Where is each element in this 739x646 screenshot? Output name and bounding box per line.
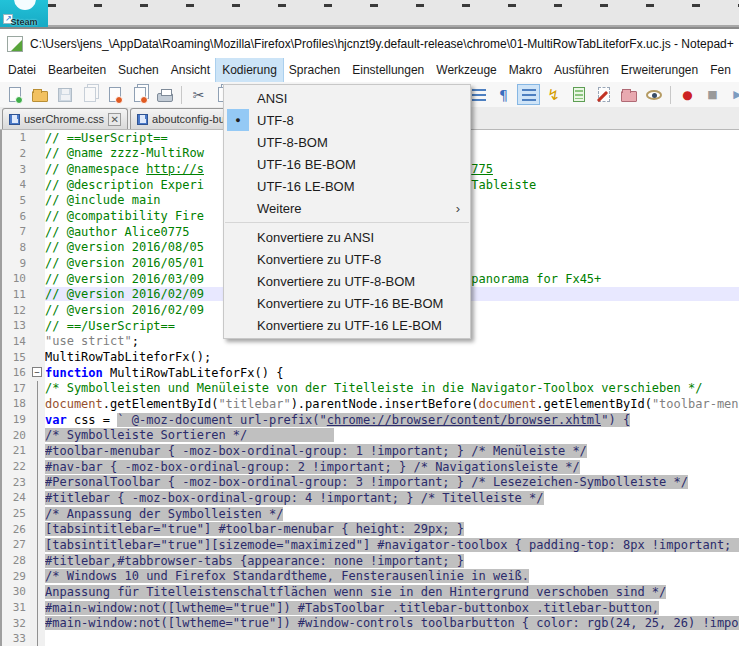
fold-guide-line [37, 427, 38, 443]
code-text: #PersonalToolbar { -moz-box-ordinal-grou… [45, 475, 739, 489]
close-all-icon[interactable] [128, 84, 151, 105]
encoding-menu-item-utf-16-le-bom[interactable]: UTF-16 LE-BOM [224, 175, 470, 197]
fold-margin [30, 240, 45, 256]
folder-as-workspace-icon[interactable] [617, 84, 640, 105]
menu-icon-slot [227, 248, 249, 270]
menubar-item-einstellungen[interactable]: Einstellungen [346, 58, 430, 82]
encoding-menu-item-konvertiere-zu-utf-8-bom[interactable]: Konvertiere zu UTF-8-BOM [224, 270, 470, 292]
code-line[interactable]: 18document.getElementById("titlebar").pa… [2, 396, 739, 412]
document-map-icon[interactable] [567, 84, 590, 105]
encoding-menu-item-konvertiere-zu-ansi[interactable]: Konvertiere zu ANSI [224, 226, 470, 248]
code-line[interactable]: 27[tabsintitlebar="true"][sizemode="maxi… [2, 537, 739, 553]
fold-collapse-icon[interactable]: − [32, 367, 42, 377]
save-all-icon[interactable] [78, 84, 101, 105]
code-line[interactable]: 15MultiRowTabLiteforFx(); [2, 349, 739, 365]
function-list-icon[interactable] [592, 84, 615, 105]
encoding-menu-item-konvertiere-zu-utf-8[interactable]: Konvertiere zu UTF-8 [224, 248, 470, 270]
encoding-menu-item-utf-8-bom[interactable]: UTF-8-BOM [224, 131, 470, 153]
code-segment: // @namespace [45, 162, 146, 176]
submenu-arrow-icon: › [456, 201, 470, 216]
code-line[interactable]: 22#nav-bar { -moz-box-ordinal-group: 2 !… [2, 459, 739, 475]
code-line[interactable]: 26[tabsintitlebar="true"] #toolbar-menub… [2, 521, 739, 537]
code-line[interactable]: 31#main-window:not([lwtheme="true"]) #Ta… [2, 600, 739, 616]
menubar-item-suchen[interactable]: Suchen [112, 58, 165, 82]
encoding-menu-item-utf-8[interactable]: ●UTF-8 [224, 109, 470, 131]
code-line[interactable]: 30Anpassung für Titelleistenschaltfläche… [2, 584, 739, 600]
tab-close-icon[interactable]: ✕ [108, 113, 121, 126]
menubar-item-erweiterungen[interactable]: Erweiterungen [615, 58, 704, 82]
saved-file-icon [9, 114, 20, 125]
encoding-menu-item-konvertiere-zu-utf-16-le-bom[interactable]: Konvertiere zu UTF-16 LE-BOM [224, 314, 470, 336]
menubar-item-bearbeiten[interactable]: Bearbeiten [42, 58, 112, 82]
fold-guide-line [37, 459, 38, 475]
code-segment: ") { [601, 413, 630, 427]
code-line[interactable]: 23#PersonalToolbar { -moz-box-ordinal-gr… [2, 474, 739, 490]
menubar-item-ansicht[interactable]: Ansicht [165, 58, 216, 82]
code-line[interactable]: 17/* Symbolleisten und Menüleiste von de… [2, 381, 739, 397]
line-number: 24 [2, 490, 30, 506]
code-line[interactable]: 28#titlebar,#tabbrowser-tabs {appearance… [2, 553, 739, 569]
print-icon[interactable] [153, 84, 176, 105]
macro-play-icon[interactable]: ▶ [726, 84, 739, 105]
notepad-plus-plus-icon [7, 36, 23, 52]
encoding-menu-item-konvertiere-zu-utf-16-be-bom[interactable]: Konvertiere zu UTF-16 BE-BOM [224, 292, 470, 314]
save-icon[interactable] [53, 84, 76, 105]
encoding-menu-item-ansi[interactable]: ANSI [224, 87, 470, 109]
steam-desktop-icon[interactable]: Steam [0, 0, 48, 28]
code-line[interactable]: 21#toolbar-menubar { -moz-box-ordinal-gr… [2, 443, 739, 459]
macro-stop-icon[interactable]: ■ [701, 84, 724, 105]
line-number: 15 [2, 349, 30, 365]
menubar-item-fen[interactable]: Fen [704, 58, 737, 82]
code-line[interactable]: 19var css = ` @-moz-document url-prefix(… [2, 412, 739, 428]
encoding-menu-item-weitere[interactable]: Weitere› [224, 197, 470, 219]
macro-record-icon[interactable]: ● [676, 84, 699, 105]
code-line[interactable]: 33 [2, 631, 739, 646]
monitoring-icon[interactable] [642, 84, 665, 105]
code-segment: // @version 2016/02/09 [45, 287, 204, 301]
code-line[interactable]: 29/* Windows 10 und Firefox Standardthem… [2, 568, 739, 584]
line-number: 21 [2, 443, 30, 459]
close-icon[interactable] [103, 84, 126, 105]
menubar-item-sprachen[interactable]: Sprachen [283, 58, 346, 82]
code-line[interactable]: 16−function MultiRowTabLiteforFx() { [2, 365, 739, 381]
menubar-item-kodierung[interactable]: Kodierung [216, 58, 283, 82]
menu-icon-slot [227, 153, 249, 175]
menu-bar: DateiBearbeitenSuchenAnsichtKodierungSpr… [0, 58, 739, 82]
code-text: MultiRowTabLiteforFx(); [45, 350, 739, 364]
fold-guide-line [37, 381, 38, 397]
encoding-menu-item-utf-16-be-bom[interactable]: UTF-16 BE-BOM [224, 153, 470, 175]
word-wrap-icon[interactable] [517, 84, 540, 105]
code-segment: 775 [471, 162, 493, 176]
line-number: 3 [2, 161, 30, 177]
open-file-icon[interactable] [28, 84, 51, 105]
code-line[interactable]: 24#titlebar { -moz-box-ordinal-group: 4 … [2, 490, 739, 506]
code-text: function MultiRowTabLiteforFx() { [45, 366, 739, 380]
code-line[interactable]: 25/* Anpassung der Symbolleisten */ [2, 506, 739, 522]
menu-item-label: UTF-8 [249, 113, 470, 128]
new-file-icon[interactable] [3, 84, 26, 105]
code-line[interactable]: 32#main-window:not([lwtheme="true"]) #wi… [2, 615, 739, 631]
menu-item-label: UTF-8-BOM [249, 135, 470, 150]
code-segment: document [478, 397, 536, 411]
menubar-item-makro[interactable]: Makro [503, 58, 548, 82]
menubar-item-ausführen[interactable]: Ausführen [548, 58, 615, 82]
menubar-item-datei[interactable]: Datei [2, 58, 42, 82]
show-all-characters-icon[interactable]: ¶ [492, 84, 515, 105]
code-text: #main-window:not([lwtheme="true"]) #wind… [45, 616, 739, 630]
code-segment: #main-window:not([lwtheme="true"]) #wind… [45, 616, 739, 630]
code-segment: // @version 2016/05/01 [45, 256, 204, 270]
document-tab[interactable]: userChrome.css✕ [2, 108, 128, 129]
menubar-item-werkzeuge[interactable]: Werkzeuge [430, 58, 502, 82]
fold-margin [30, 584, 45, 600]
fold-margin [30, 443, 45, 459]
function-completion-icon[interactable]: ↯ [542, 84, 565, 105]
menu-item-label: Konvertiere zu UTF-16 BE-BOM [249, 296, 470, 311]
cut-icon[interactable]: ✂ [187, 84, 210, 105]
line-number: 13 [2, 318, 30, 334]
code-segment: MultiRowTabLiteforFx() { [103, 366, 284, 380]
fold-guide-line [37, 506, 38, 522]
code-line[interactable]: 20/* Symbolleiste Sortieren */ [2, 427, 739, 443]
code-segment: "toolbar-menub [652, 397, 739, 411]
code-text: #nav-bar { -moz-box-ordinal-group: 2 !im… [45, 460, 739, 474]
toolbar-separator [181, 86, 182, 104]
